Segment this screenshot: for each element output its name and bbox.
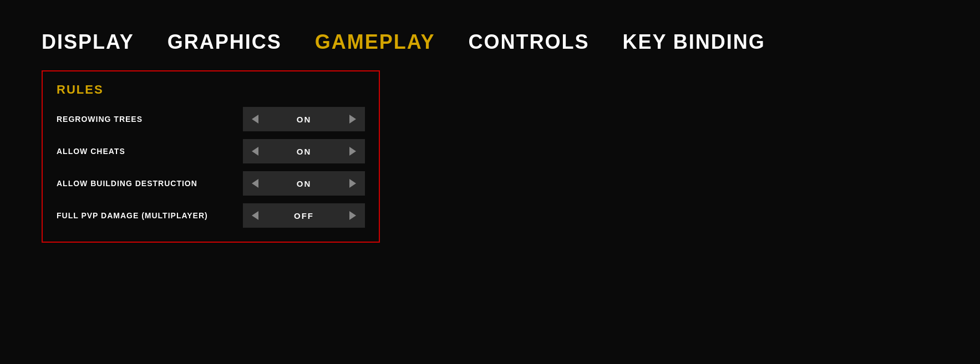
arrow-left-icon [252, 115, 258, 124]
toggle-allow-building-destruction-left[interactable] [243, 171, 267, 196]
tab-controls[interactable]: CONTROLS [468, 30, 589, 54]
tab-display[interactable]: DISPLAY [42, 30, 134, 54]
setting-row-allow-building-destruction: ALLOW BUILDING DESTRUCTION ON [57, 171, 365, 196]
toggle-allow-cheats-value: ON [267, 147, 341, 156]
toggle-full-pvp-damage-left[interactable] [243, 203, 267, 228]
rules-title: RULES [57, 83, 365, 97]
setting-row-allow-cheats: ALLOW CHEATS ON [57, 139, 365, 163]
nav-tabs: DISPLAY GRAPHICS GAMEPLAY CONTROLS KEY B… [0, 0, 980, 54]
arrow-left-icon [252, 211, 258, 220]
content-area: RULES REGROWING TREES ON ALLOW CHEATS [0, 54, 980, 243]
setting-label-full-pvp-damage: FULL PVP DAMAGE (MULTIPLAYER) [57, 211, 243, 220]
setting-label-regrowing-trees: REGROWING TREES [57, 115, 243, 124]
rules-panel: RULES REGROWING TREES ON ALLOW CHEATS [42, 70, 380, 243]
toggle-regrowing-trees-left[interactable] [243, 107, 267, 131]
toggle-full-pvp-damage[interactable]: OFF [243, 203, 365, 228]
main-container: DISPLAY GRAPHICS GAMEPLAY CONTROLS KEY B… [0, 0, 980, 364]
toggle-regrowing-trees-right[interactable] [341, 107, 365, 131]
toggle-allow-building-destruction-right[interactable] [341, 171, 365, 196]
toggle-regrowing-trees[interactable]: ON [243, 107, 365, 131]
toggle-allow-cheats-left[interactable] [243, 139, 267, 163]
arrow-left-icon [252, 179, 258, 188]
arrow-right-icon [349, 147, 356, 156]
toggle-allow-building-destruction-value: ON [267, 179, 341, 188]
setting-label-allow-building-destruction: ALLOW BUILDING DESTRUCTION [57, 179, 243, 188]
toggle-full-pvp-damage-right[interactable] [341, 203, 365, 228]
toggle-allow-building-destruction[interactable]: ON [243, 171, 365, 196]
toggle-allow-cheats-right[interactable] [341, 139, 365, 163]
tab-graphics[interactable]: GRAPHICS [167, 30, 282, 54]
setting-row-full-pvp-damage: FULL PVP DAMAGE (MULTIPLAYER) OFF [57, 203, 365, 228]
setting-row-regrowing-trees: REGROWING TREES ON [57, 107, 365, 131]
arrow-right-icon [349, 211, 356, 220]
toggle-regrowing-trees-value: ON [267, 115, 341, 124]
setting-label-allow-cheats: ALLOW CHEATS [57, 147, 243, 156]
toggle-allow-cheats[interactable]: ON [243, 139, 365, 163]
tab-gameplay[interactable]: GAMEPLAY [315, 30, 435, 54]
arrow-left-icon [252, 147, 258, 156]
tab-key-binding[interactable]: KEY BINDING [622, 30, 765, 54]
arrow-right-icon [349, 115, 356, 124]
arrow-right-icon [349, 179, 356, 188]
toggle-full-pvp-damage-value: OFF [267, 211, 341, 221]
